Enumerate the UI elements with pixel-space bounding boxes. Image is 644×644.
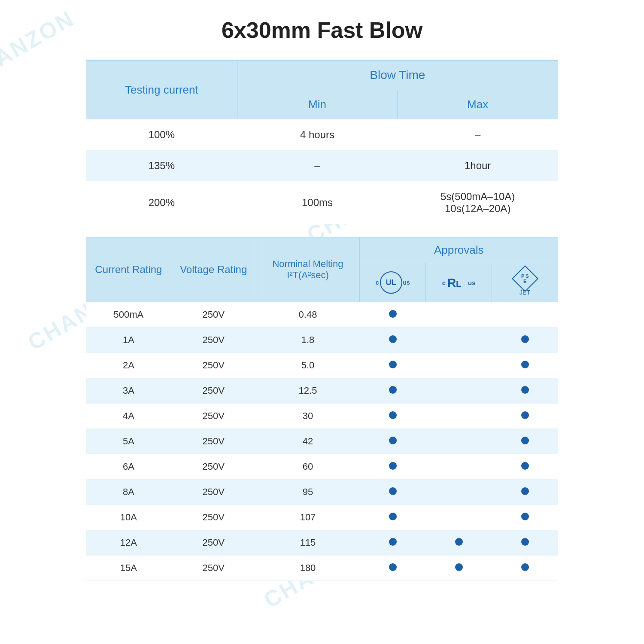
content-wrapper: Testing current Blow Time Min Max 100%4 … (86, 60, 558, 581)
pse-dot (521, 386, 529, 394)
voltage-cell: 250V (171, 530, 256, 556)
max-line1: 5s(500mA–10A) (440, 191, 515, 202)
watermark-1: CHANZON (0, 5, 79, 89)
current-cell: 12A (86, 530, 171, 556)
ul-dot (389, 335, 397, 343)
approvals-table: Current Rating Voltage Rating Norminal M… (86, 237, 558, 581)
ul-icon-header: c UL us (360, 263, 426, 302)
min-cell: – (237, 150, 398, 181)
crl-cell (426, 480, 492, 505)
ul-dot (389, 386, 397, 394)
min-cell: 4 hours (237, 119, 398, 151)
melting-header: Norminal Melting I²T(A²sec) (256, 237, 360, 302)
voltage-cell: 250V (171, 429, 256, 454)
pse-cell (492, 530, 558, 556)
voltage-cell: 250V (171, 454, 256, 480)
voltage-cell: 250V (171, 404, 256, 429)
approvals-data-row: 15A250V180 (86, 556, 558, 581)
voltage-cell: 250V (171, 328, 256, 353)
blow-time-header: Blow Time (237, 61, 558, 90)
max-cell: 5s(500mA–10A)10s(12A–20A) (398, 181, 558, 224)
blow-time-row: 200%100ms5s(500mA–10A)10s(12A–20A) (86, 181, 558, 224)
current-rating-header: Current Rating (86, 237, 171, 302)
ul-dot (389, 310, 397, 318)
pse-cell (492, 429, 558, 454)
max-cell: – (398, 119, 558, 151)
approvals-header: Approvals (360, 237, 558, 263)
ul-cell (360, 302, 426, 328)
pse-cell (492, 353, 558, 378)
melting-cell: 12.5 (256, 378, 360, 404)
voltage-cell: 250V (171, 302, 256, 328)
ul-cell (360, 429, 426, 454)
approvals-data-row: 4A250V30 (86, 404, 558, 429)
ul-cell (360, 556, 426, 581)
min-header: Min (237, 90, 398, 119)
ul-cell (360, 353, 426, 378)
ul-dot (389, 437, 397, 444)
pse-dot (521, 563, 529, 571)
crl-dot (455, 563, 463, 571)
svg-text:R: R (447, 276, 456, 289)
svg-text:L: L (456, 279, 461, 289)
crl-cell (426, 556, 492, 581)
melting-cell: 107 (256, 505, 360, 530)
max-cell: 1hour (398, 150, 558, 181)
melting-cell: 1.8 (256, 328, 360, 353)
pse-dot (521, 487, 529, 495)
ul-icon: c UL us (376, 271, 410, 294)
pse-cell (492, 556, 558, 581)
crl-cell (426, 454, 492, 480)
pse-cell (492, 505, 558, 530)
melting-cell: 180 (256, 556, 360, 581)
crl-cell (426, 328, 492, 353)
ul-cell (360, 480, 426, 505)
pse-cell (492, 480, 558, 505)
melting-cell: 30 (256, 404, 360, 429)
current-cell: 10A (86, 505, 171, 530)
ul-dot (389, 563, 397, 571)
max-header: Max (398, 90, 558, 119)
ul-cell (360, 505, 426, 530)
current-cell: 6A (86, 454, 171, 480)
current-cell: 135% (86, 150, 237, 181)
ul-dot (389, 513, 397, 520)
pse-cell (492, 404, 558, 429)
crl-icon-header: c R L us (426, 263, 492, 302)
blow-time-row: 135%–1hour (86, 150, 558, 181)
pse-dot (521, 437, 529, 444)
melting-cell: 5.0 (256, 353, 360, 378)
ul-cell (360, 378, 426, 404)
current-cell: 2A (86, 353, 171, 378)
pse-dot (521, 335, 529, 343)
voltage-cell: 250V (171, 353, 256, 378)
current-cell: 200% (86, 181, 237, 224)
ul-cell (360, 404, 426, 429)
approvals-data-row: 8A250V95 (86, 480, 558, 505)
min-cell: 100ms (237, 181, 398, 224)
voltage-cell: 250V (171, 378, 256, 404)
current-cell: 1A (86, 328, 171, 353)
current-cell: 8A (86, 480, 171, 505)
blow-time-table: Testing current Blow Time Min Max 100%4 … (86, 60, 558, 224)
pse-dot (521, 513, 529, 520)
pse-dot (521, 411, 529, 419)
ul-cell (360, 454, 426, 480)
pse-cell (492, 328, 558, 353)
voltage-cell: 250V (171, 556, 256, 581)
ul-cell (360, 328, 426, 353)
voltage-cell: 250V (171, 480, 256, 505)
approvals-data-row: 500mA250V0.48 (86, 302, 558, 328)
current-cell: 500mA (86, 302, 171, 328)
ul-dot (389, 361, 397, 368)
ul-cell (360, 530, 426, 556)
current-cell: 3A (86, 378, 171, 404)
pse-dot (521, 361, 529, 368)
approvals-data-row: 6A250V60 (86, 454, 558, 480)
ul-dot (389, 411, 397, 419)
melting-cell: 60 (256, 454, 360, 480)
crl-cell (426, 530, 492, 556)
pse-cell (492, 454, 558, 480)
pse-dot (521, 462, 529, 470)
pse-cell (492, 378, 558, 404)
